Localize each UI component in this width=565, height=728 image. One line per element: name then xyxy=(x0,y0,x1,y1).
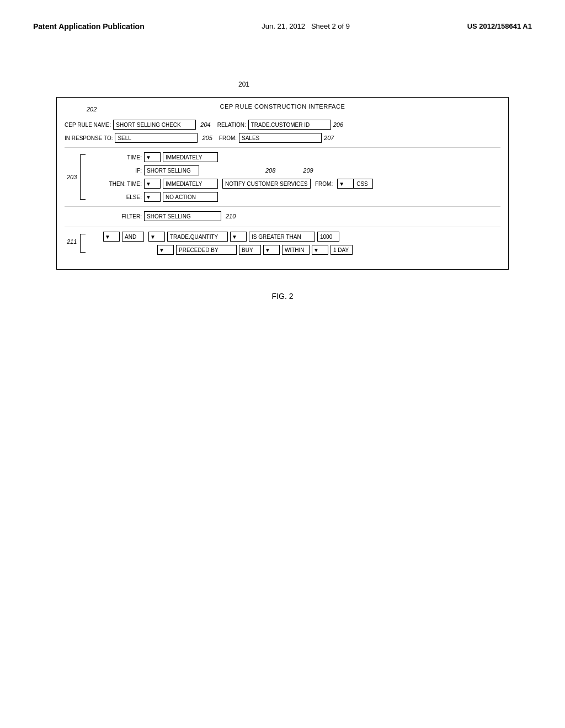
time-dropdown[interactable]: ▼ xyxy=(144,152,161,162)
separator-2 xyxy=(65,206,500,207)
then-time-row: THEN: TIME: ▼ IMMEDIATELY NOTIFY CUSTOME… xyxy=(103,179,500,189)
separator-1 xyxy=(65,147,500,148)
within-dropdown[interactable]: ▼ xyxy=(263,245,280,255)
condition-section: 211 ▼ AND ▼ TRADE.QUANTITY xyxy=(65,232,500,255)
day-dropdown[interactable]: ▼ xyxy=(312,245,328,255)
then-time-label: THEN: TIME: xyxy=(103,181,142,187)
else-label: ELSE: xyxy=(103,194,142,200)
ref-207-label: 207 xyxy=(324,135,334,141)
trade-qty-input[interactable]: TRADE.QUANTITY xyxy=(167,232,228,242)
from2-label: FROM: xyxy=(315,181,333,187)
then-time-dropdown[interactable]: ▼ xyxy=(144,179,161,189)
header-date: Jun. 21, 2012 xyxy=(262,22,305,30)
separator-3 xyxy=(65,227,500,227)
css-input[interactable]: CSS xyxy=(354,179,373,189)
trade-qty-dropdown[interactable]: ▼ xyxy=(148,232,165,242)
if-input[interactable]: SHORT SELLING xyxy=(144,165,199,175)
from2-dropdown[interactable]: ▼ xyxy=(337,179,354,189)
box-title: CEP RULE CONSTRUCTION INTERFACE xyxy=(220,103,345,110)
rule-section: 203 TIME: ▼ IMMEDIATELY IF: xyxy=(65,152,500,202)
ref-209-label: 209 xyxy=(303,167,313,174)
header-center: Jun. 21, 2012 Sheet 2 of 9 xyxy=(262,22,350,30)
preceded-by-dropdown[interactable]: ▼ xyxy=(157,245,174,255)
and-dropdown[interactable]: ▼ xyxy=(103,232,120,242)
ref-206-label: 206 xyxy=(333,121,343,128)
interface-container: 201 202 CEP RULE CONSTRUCTION INTERFACE … xyxy=(56,97,509,270)
value-1000-input[interactable]: 1000 xyxy=(317,232,339,242)
ref-204-label: 204 xyxy=(200,121,210,128)
relation-label: RELATION: xyxy=(217,122,246,128)
day-input[interactable]: 1 DAY xyxy=(331,245,353,255)
then-time-input[interactable]: IMMEDIATELY xyxy=(163,179,218,189)
bracket-203 xyxy=(80,154,86,200)
buy-input[interactable]: BUY xyxy=(239,245,261,255)
header-right: US 2012/158641 A1 xyxy=(467,22,532,30)
patent-header: Patent Application Publication Jun. 21, … xyxy=(0,0,565,42)
condition-row-1: ▼ AND ▼ TRADE.QUANTITY ▼ IS GR xyxy=(103,232,500,242)
is-greater-than-input[interactable]: IS GREATER THAN xyxy=(249,232,315,242)
filter-label: FILTER: xyxy=(103,213,142,220)
form-row-2: IN RESPONSE TO: SELL 205 FROM: SALES 207 xyxy=(65,133,500,143)
bracket-211 xyxy=(80,234,86,253)
time-input[interactable]: IMMEDIATELY xyxy=(163,152,218,162)
within-input[interactable]: WITHIN xyxy=(282,245,310,255)
filter-input[interactable]: SHORT SELLING xyxy=(144,211,221,221)
from-input[interactable]: SALES xyxy=(239,133,322,143)
time-row: TIME: ▼ IMMEDIATELY xyxy=(103,152,500,162)
from-label: FROM: xyxy=(219,135,237,141)
ref-210-label: 210 xyxy=(226,213,236,220)
diagram-area: 201 202 CEP RULE CONSTRUCTION INTERFACE … xyxy=(0,42,565,323)
if-row: IF: SHORT SELLING 208 209 xyxy=(103,165,500,175)
ref-201-label: 201 xyxy=(238,81,249,88)
and-input[interactable]: AND xyxy=(122,232,144,242)
condition-row-2: ▼ PRECEDED BY BUY ▼ WITHIN ▼ xyxy=(103,245,500,255)
else-dropdown[interactable]: ▼ xyxy=(144,192,161,202)
time-label: TIME: xyxy=(103,154,142,160)
preceded-by-input[interactable]: PRECEDED BY xyxy=(176,245,237,255)
in-response-to-input[interactable]: SELL xyxy=(115,133,198,143)
main-box: 202 CEP RULE CONSTRUCTION INTERFACE CEP … xyxy=(56,97,509,270)
ref-202-label: 202 xyxy=(87,106,97,113)
ref-203-label: 203 xyxy=(67,174,77,180)
in-response-to-label: IN RESPONSE TO: xyxy=(65,135,113,141)
ref-208-label: 208 xyxy=(265,167,275,174)
cep-rule-name-input[interactable]: SHORT SELLING CHECK xyxy=(113,120,196,130)
filter-row: FILTER: SHORT SELLING 210 xyxy=(103,211,500,221)
else-input[interactable]: NO ACTION xyxy=(163,192,218,202)
form-row-1: CEP RULE NAME: SHORT SELLING CHECK 204 R… xyxy=(65,120,500,130)
filter-section: FILTER: SHORT SELLING 210 xyxy=(65,211,500,221)
fig-caption: FIG. 2 xyxy=(272,292,294,301)
if-label: IF: xyxy=(103,168,142,174)
header-left: Patent Application Publication xyxy=(33,22,145,31)
cep-rule-name-label: CEP RULE NAME: xyxy=(65,122,111,128)
ref-205-label: 205 xyxy=(202,135,212,141)
notify-input[interactable]: NOTIFY CUSTOMER SERVICES xyxy=(222,179,311,189)
ref-211-label: 211 xyxy=(67,238,77,245)
header-sheet: Sheet 2 of 9 xyxy=(311,22,350,30)
is-greater-than-dropdown[interactable]: ▼ xyxy=(230,232,247,242)
relation-input[interactable]: TRADE.CUSTOMER ID xyxy=(248,120,331,130)
else-row: ELSE: ▼ NO ACTION xyxy=(103,192,500,202)
